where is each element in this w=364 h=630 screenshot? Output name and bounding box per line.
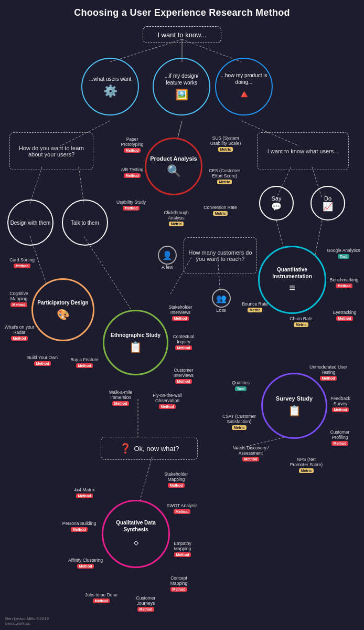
- node-google-analytics: Google Analytics Tool: [325, 248, 362, 259]
- node-benchmarking: Benchmarking Method: [327, 277, 361, 288]
- node-build-own: Build Your Own Method: [26, 355, 59, 366]
- know-box: I want to know what users...: [257, 132, 349, 170]
- node-nps: NPS (Net Promoter Score) Metric: [287, 457, 325, 473]
- node-churn-rate: Churn Rate Metric: [285, 316, 317, 327]
- node-fly-wall: Fly-on-the-wall Observation Method: [148, 393, 187, 409]
- talk-to-them: Talk to them: [62, 200, 108, 246]
- svg-line-6: [30, 167, 42, 204]
- node-sus: SUS (System Usability Scale) Metric: [205, 135, 247, 152]
- node-csat: CSAT (Customer Satisfaction) Metric: [221, 414, 257, 430]
- node-stakeholder-map: Stakeholder Mapping Method: [157, 471, 195, 488]
- node-customer-prof: Customer Profiling Method: [322, 429, 358, 446]
- lots-label: 👥 Lots!: [207, 289, 235, 313]
- ethnographic-study-circle: Ethnographic Study 📋: [103, 310, 168, 375]
- node-affinity: Affinity Clustering Method: [68, 558, 103, 569]
- node-stakeholder: Stakeholder Interviews Method: [162, 304, 199, 321]
- node-customer-journeys: Customer Journeys Method: [128, 595, 164, 612]
- node-conversion: Conversion Rate Metric: [200, 205, 240, 216]
- node-qualtrics: Qualtrics Tool: [224, 380, 257, 391]
- node-jobs-done: Jobs to be Done Method: [84, 592, 119, 603]
- node-whats-on: What's on your Radar Method: [2, 324, 37, 341]
- survey-study-circle: Survey Study 📋: [261, 373, 327, 439]
- node-paper-prototyping: Paper Prototyping Method: [114, 136, 150, 153]
- node-usability: Usability Study Method: [114, 200, 148, 211]
- page-title: Choosing a User Experience Research Meth…: [0, 0, 364, 22]
- branch-what-users-want: ...what users want ⚙️: [81, 58, 139, 116]
- product-analysis-circle: Product Analysis 🔍: [145, 138, 202, 195]
- node-clickthrough: Clickthrough Analysis Metric: [157, 210, 195, 226]
- node-buy-feature: Buy a Feature Method: [68, 357, 101, 368]
- node-concept-map: Concept Mapping Method: [162, 575, 196, 592]
- node-unmoderated: Unmoderated User Testing Method: [309, 364, 347, 381]
- node-cognitive: Cognitive Mapping Method: [2, 291, 36, 307]
- learn-box: How do you want to learn about your user…: [9, 132, 93, 170]
- node-customer-int: Customer Interviews Method: [166, 368, 201, 384]
- top-box: I want to know...: [143, 26, 221, 43]
- svg-line-18: [139, 457, 152, 504]
- participatory-design-circle: Participatory Design 🎨: [31, 278, 94, 341]
- footer: Ben Leduc-Mills ©2019 benatwork.cc: [5, 616, 49, 626]
- design-with-them: Design with them: [7, 200, 53, 246]
- node-needs-disc: Needs Discovery / Assessment Method: [232, 445, 270, 461]
- node-feedback: Feedback Survey Method: [324, 396, 357, 412]
- qualitative-circle: Qualitative Data Synthesis ⬦: [102, 500, 170, 568]
- node-matrix: 4x4 Matrix Method: [68, 487, 101, 498]
- node-empathy: Empathy Mapping Method: [165, 541, 200, 557]
- branch-design-works: ...if my design/ feature works 🖼️: [153, 58, 210, 116]
- svg-line-7: [79, 167, 84, 204]
- do-circle: Do 📈: [311, 186, 345, 220]
- branch-product-doing: ...how my product is doing... 🔺: [215, 58, 273, 116]
- node-ces: CES (Customer Effort Score) Metric: [204, 168, 245, 184]
- node-persona: Persona Building Method: [62, 521, 97, 532]
- ok-now-what: ❓ Ok, now what?: [101, 437, 198, 460]
- node-contextual: Contextual Inquiry Method: [166, 334, 201, 350]
- infographic: Choosing a User Experience Research Meth…: [0, 0, 364, 630]
- node-card-sorting: Card Sorting Method: [6, 257, 38, 268]
- node-eyetracking: Eyetracking Method: [328, 310, 361, 321]
- say-circle: Say 💬: [259, 186, 294, 220]
- svg-line-14: [315, 220, 322, 257]
- node-bounce-rate: Bounce Rate Metric: [238, 301, 272, 312]
- node-swot: SWOT Analysis Method: [165, 503, 199, 514]
- how-many-box: How many customers do you want to reach?: [184, 237, 257, 274]
- few-label: 👤 A few: [154, 246, 180, 270]
- node-walk-mile: Walk-a-mile Immersion Method: [102, 390, 140, 406]
